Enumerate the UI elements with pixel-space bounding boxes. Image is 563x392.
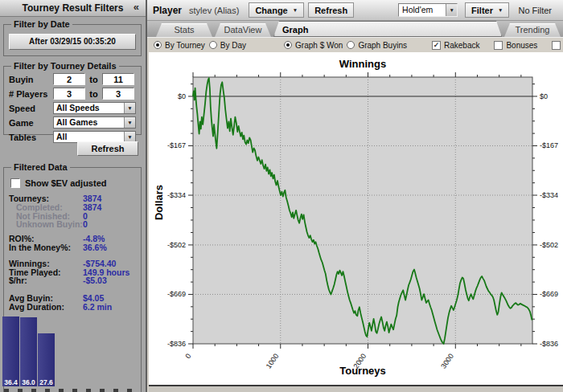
filter-button-label: Filter	[471, 6, 493, 15]
players-to-input[interactable]	[102, 88, 134, 100]
tourney-filters-sidebar: Tourney Result Filters « Filter by Date …	[0, 0, 147, 392]
refresh-player-button[interactable]: Refresh	[308, 2, 354, 18]
change-player-label: Change	[255, 6, 287, 15]
players-row: # Players to	[9, 87, 136, 100]
stat-value: -$5.03	[83, 276, 141, 285]
finish-bar: 36.0	[20, 317, 37, 386]
stat-row: Unknown Buyin:0	[9, 220, 141, 229]
radio-label: By Day	[220, 41, 246, 50]
to-label: to	[85, 75, 102, 84]
graph-controls-row: By TourneyBy DayGraph $ WonGraph Buyins✓…	[147, 37, 563, 52]
stat-group: Avg Buyin:$4.05Avg Duration:6.2 min	[9, 294, 141, 312]
checkbox-label: Bonuses	[506, 41, 537, 50]
game-select-value: All Games	[54, 117, 124, 128]
checkbox-icon: ✓	[432, 41, 441, 50]
sidebar-header: Tourney Result Filters «	[0, 0, 146, 17]
players-from-input[interactable]	[53, 88, 85, 100]
stat-label: Completed:	[9, 203, 83, 212]
x-tick-label: 0	[184, 352, 193, 360]
refresh-player-label: Refresh	[314, 6, 347, 15]
stat-value: 0	[83, 220, 141, 229]
stat-group: Winnings:-$754.40Time Played:149.9 hours…	[9, 259, 141, 285]
chevron-down-icon[interactable]: ▼	[446, 4, 457, 16]
speed-select[interactable]: All Speeds ▼	[53, 102, 136, 114]
filter-by-details-group: Filter by Tourney Details Buyin to # Pla…	[3, 61, 142, 135]
speed-select-value: All Speeds	[54, 103, 124, 113]
y-tick-label: -$836	[167, 340, 186, 348]
stat-value: 0	[83, 212, 141, 221]
radio-icon	[209, 41, 217, 49]
chevron-down-icon[interactable]: ▼	[124, 103, 135, 113]
radio-graph-buyins[interactable]: Graph Buyins	[347, 41, 407, 50]
tables-label: Tables	[9, 133, 53, 142]
finish-bar: 36.4	[2, 316, 19, 386]
stat-row: Winnings:-$754.40	[9, 259, 141, 268]
checkbox-bonuses[interactable]: Bonuses	[494, 41, 537, 50]
stat-label: $/hr:	[9, 276, 83, 285]
y-tick-label: -$669	[540, 290, 558, 298]
radio-label: Graph $ Won	[295, 41, 343, 50]
radio-icon	[154, 41, 162, 49]
radio-by-day[interactable]: By Day	[209, 41, 246, 50]
radio-icon	[284, 41, 292, 49]
y-tick-label: -$334	[167, 191, 186, 199]
stat-row: In the Money%:36.6%	[9, 243, 141, 252]
to-label: to	[85, 89, 102, 99]
tab-graph[interactable]: Graph	[273, 21, 502, 37]
change-player-button[interactable]: Change ▼	[249, 2, 304, 18]
game-label: Game	[9, 118, 53, 128]
stat-label: Avg Duration:	[9, 303, 83, 312]
winnings-graph-panel: Winnings Dollars 0100020003000$0$0-$167-…	[149, 52, 563, 385]
chevron-down-icon: ▼	[293, 7, 298, 13]
stat-value: 3874	[83, 203, 141, 212]
stat-value: 36.6%	[83, 243, 141, 252]
game-type-select[interactable]: Hold'em ▼	[398, 3, 458, 17]
finish-distribution-bars: 36.436.027.6	[2, 316, 55, 386]
checkbox-show-luck-adj[interactable]: Show Luck Adj	[552, 41, 563, 50]
radio-by-tourney[interactable]: By Tourney	[154, 41, 205, 50]
filtered-data-legend: Filtered Data	[11, 162, 70, 172]
stat-row: $/hr:-$5.03	[9, 276, 141, 285]
checkbox-rakeback[interactable]: ✓Rakeback	[432, 41, 479, 50]
stat-group: Tourneys:3874Completed:3874Not Finished:…	[9, 194, 141, 229]
tab-dataview[interactable]: DataView	[215, 23, 271, 37]
game-row: Game All Games ▼	[9, 116, 136, 129]
player-label: Player	[153, 5, 182, 16]
y-tick-label: -$502	[540, 241, 558, 249]
show-ev-adjusted-checkbox[interactable]: Show $EV adjusted	[10, 178, 141, 188]
checkbox-icon	[552, 41, 561, 50]
x-axis-label: Tourneys	[193, 365, 532, 377]
stat-label: Unknown Buyin:	[9, 220, 83, 229]
y-tick-label: $0	[540, 92, 548, 100]
buyin-row: Buyin to	[9, 72, 136, 86]
y-tick-label: -$836	[540, 340, 558, 348]
chart-title: Winnings	[193, 58, 532, 70]
finish-bar-label: 36.4	[2, 378, 19, 386]
stat-value: -$754.40	[83, 259, 141, 268]
collapse-sidebar-icon[interactable]: «	[134, 1, 139, 13]
speed-label: Speed	[9, 104, 53, 113]
player-bar: Player stylev (Alias) Change ▼ Refresh H…	[147, 0, 563, 21]
stat-label: Winnings:	[9, 259, 83, 268]
radio-graph-won[interactable]: Graph $ Won	[284, 41, 343, 50]
filter-button[interactable]: Filter ▼	[465, 2, 509, 18]
stat-value: 6.2 min	[83, 303, 141, 312]
panel-bottom-edge	[149, 385, 563, 392]
finish-bar: 27.6	[38, 333, 55, 386]
buyin-to-input[interactable]	[102, 73, 134, 85]
stat-row: Completed:3874	[9, 203, 141, 212]
stat-group: ROI%:-4.8%In the Money%:36.6%	[9, 235, 141, 252]
y-axis-label: Dollars	[153, 185, 165, 220]
radio-label: Graph Buyins	[358, 41, 407, 50]
radio-icon	[347, 41, 355, 49]
filter-by-date-legend: Filter by Date	[11, 19, 72, 29]
buyin-from-input[interactable]	[53, 73, 85, 85]
tab-stats[interactable]: Stats	[156, 23, 212, 37]
chevron-down-icon[interactable]: ▼	[124, 117, 135, 128]
game-select[interactable]: All Games ▼	[53, 116, 136, 129]
game-type-value: Hold'em	[399, 4, 446, 16]
chevron-down-icon: ▼	[498, 7, 503, 13]
tab-trending[interactable]: Trending	[504, 23, 561, 37]
sidebar-refresh-button[interactable]: Refresh	[77, 141, 138, 156]
date-filter-button[interactable]: After 03/29/15 00:35:20	[9, 34, 136, 50]
